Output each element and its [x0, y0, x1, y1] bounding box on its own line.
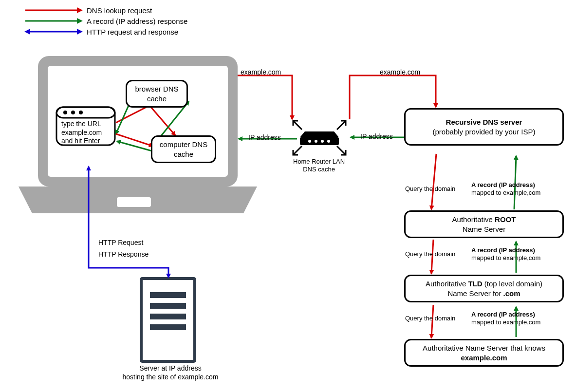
- svg-point-18: [321, 140, 324, 143]
- label-example-com-1: example.com: [241, 68, 281, 77]
- label-query-2: Query the domain: [405, 250, 455, 258]
- recursive-dns-title: Recursive DNS server: [446, 118, 522, 126]
- svg-rect-26: [150, 303, 186, 309]
- svg-point-14: [79, 111, 83, 114]
- root-ns-box: Authoritative ROOT Name Server: [404, 210, 564, 238]
- svg-rect-9: [117, 197, 151, 207]
- server-icon: [141, 279, 195, 361]
- url-box-text: type the URL example.com and hit Enter: [61, 120, 110, 146]
- label-a-record-1: A record (IP address) mapped to example,…: [471, 181, 569, 197]
- legend-row-http: HTTP request and response: [24, 26, 187, 37]
- label-ip-1: IP address: [248, 133, 281, 142]
- svg-rect-28: [150, 324, 186, 330]
- legend-row-dns: DNS lookup request: [24, 5, 187, 16]
- svg-line-37: [431, 154, 436, 209]
- svg-rect-15: [300, 137, 339, 145]
- label-example-com-2: example.com: [380, 68, 420, 77]
- label-query-3: Query the domain: [405, 315, 455, 322]
- browser-dns-cache-label: browser DNS cache: [135, 85, 178, 103]
- svg-marker-6: [77, 29, 83, 35]
- svg-rect-11: [56, 107, 115, 118]
- legend-arrow-blue: [24, 27, 83, 36]
- router-icon: [293, 121, 346, 155]
- legend-label-a-record: A record (IP address) response: [87, 17, 187, 25]
- svg-line-20: [293, 121, 302, 130]
- legend-row-a-record: A record (IP address) response: [24, 16, 187, 26]
- legend: DNS lookup request A record (IP address)…: [24, 5, 187, 37]
- server-caption: Server at IP address hosting the site of…: [117, 364, 224, 381]
- example-ns-box: Authoritative Name Server that knows exa…: [404, 339, 564, 367]
- recursive-dns-box: Recursive DNS server (probably provided …: [404, 108, 564, 146]
- svg-line-34: [117, 141, 152, 151]
- svg-line-23: [337, 146, 346, 155]
- svg-point-12: [63, 111, 67, 114]
- label-a-record-2: A record (IP address) mapped to example,…: [471, 246, 569, 262]
- label-http-request: HTTP Request: [98, 239, 143, 247]
- browser-dns-cache-box: browser DNS cache: [126, 80, 188, 108]
- label-a-record-3: A record (IP address) mapped to example,…: [471, 311, 569, 327]
- svg-marker-3: [77, 18, 83, 24]
- computer-dns-cache-box: computer DNS cache: [151, 135, 216, 163]
- recursive-dns-subtitle: (probably provided by your ISP): [410, 127, 557, 137]
- legend-label-dns: DNS lookup request: [87, 6, 152, 15]
- label-query-1: Query the domain: [405, 185, 455, 193]
- router-caption: Home Router LAN DNS cache: [292, 158, 346, 174]
- svg-line-33: [116, 134, 153, 146]
- svg-line-31: [148, 104, 175, 135]
- svg-line-21: [337, 121, 346, 130]
- svg-point-16: [308, 140, 311, 143]
- svg-marker-1: [77, 7, 83, 13]
- svg-point-17: [315, 140, 317, 143]
- legend-arrow-red: [24, 6, 83, 15]
- label-http-response: HTTP Response: [98, 250, 149, 259]
- legend-label-http: HTTP request and response: [87, 28, 178, 36]
- svg-point-13: [71, 111, 75, 114]
- svg-rect-27: [150, 314, 186, 319]
- label-ip-2: IP address: [360, 132, 393, 141]
- tld-ns-box: Authoritative TLD (top level domain) Nam…: [404, 275, 564, 302]
- svg-rect-25: [150, 292, 186, 298]
- svg-line-22: [293, 146, 302, 155]
- computer-dns-cache-label: computer DNS cache: [160, 140, 207, 158]
- svg-point-19: [327, 140, 330, 143]
- legend-arrow-green: [24, 17, 83, 25]
- svg-rect-24: [141, 279, 195, 361]
- svg-marker-4: [24, 29, 30, 35]
